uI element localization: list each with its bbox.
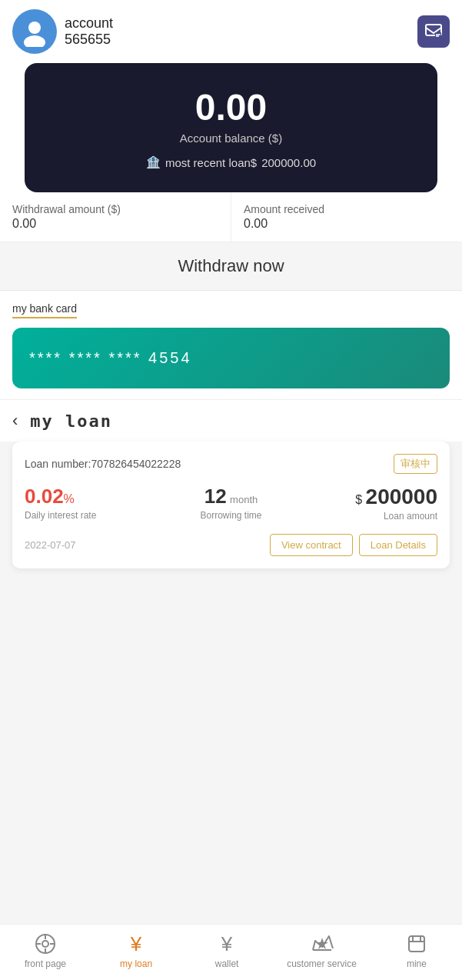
- loan-card: Loan number:707826454022228 审核中 0.02% Da…: [12, 442, 450, 568]
- stats-row: Withdrawal amount ($) 0.00 Amount receiv…: [0, 192, 462, 242]
- withdrawal-value: 0.00: [12, 217, 218, 231]
- nav-label-front-page: front page: [25, 958, 66, 969]
- borrow-time-value: 12 month: [162, 485, 300, 508]
- svg-rect-3: [435, 32, 441, 38]
- svg-text:¥: ¥: [130, 932, 142, 955]
- loan-details-grid: 0.02% Daily interest rate 12 month Borro…: [25, 485, 437, 523]
- loan-icon: ¥: [125, 932, 148, 955]
- loan-prefix: $: [355, 493, 362, 506]
- bank-card[interactable]: **** **** **** 4554: [12, 328, 450, 388]
- nav-label-my-loan: my loan: [120, 958, 152, 969]
- nav-item-front-page[interactable]: front page: [15, 932, 76, 969]
- account-label: account: [65, 15, 113, 32]
- loan-amount-label: Loan amount: [300, 511, 437, 523]
- borrow-time-item: 12 month Borrowing time: [162, 485, 300, 522]
- header-left: account 565655: [12, 9, 113, 54]
- loan-number-label: Loan number:: [25, 458, 91, 470]
- bank-card-section: my bank card **** **** **** 4554: [0, 291, 462, 399]
- svg-point-1: [24, 35, 45, 47]
- nav-item-my-loan[interactable]: ¥ my loan: [105, 932, 167, 969]
- account-info: account 565655: [65, 15, 113, 48]
- svg-point-5: [42, 941, 48, 947]
- loan-details-button[interactable]: Loan Details: [359, 534, 437, 556]
- balance-amount: 0.00: [40, 86, 422, 128]
- nav-item-customer-service[interactable]: customer service: [287, 932, 357, 969]
- loan-amount-item: $ 200000 Loan amount: [300, 485, 437, 523]
- borrow-label: Borrowing time: [162, 510, 300, 522]
- back-button[interactable]: ‹: [12, 411, 18, 431]
- loan-number-value: 707826454022228: [91, 458, 181, 470]
- view-contract-button[interactable]: View contract: [270, 534, 353, 556]
- svg-rect-13: [409, 936, 424, 952]
- borrow-unit: month: [230, 494, 258, 505]
- nav-label-mine: mine: [407, 958, 427, 969]
- withdrawal-stat: Withdrawal amount ($) 0.00: [0, 192, 231, 242]
- account-number: 565655: [65, 32, 113, 48]
- interest-rate-item: 0.02% Daily interest rate: [25, 485, 162, 522]
- loan-date: 2022-07-07: [25, 539, 76, 551]
- header: account 565655: [0, 0, 462, 63]
- withdraw-now-label: Withdraw now: [178, 256, 284, 275]
- message-icon[interactable]: [417, 15, 450, 48]
- interest-percent: %: [64, 492, 75, 505]
- loan-amount-value: $ 200000: [300, 485, 437, 509]
- wallet-icon: ¥: [215, 932, 238, 955]
- loan-footer: 2022-07-07 View contract Loan Details: [25, 534, 437, 556]
- balance-card: 0.00 Account balance ($) 🏦 most recent l…: [25, 63, 437, 192]
- received-title: Amount received: [244, 203, 450, 215]
- card-number: **** **** **** 4554: [29, 349, 192, 366]
- bottom-nav: front page ¥ my loan ¥ wallet customer s…: [0, 924, 462, 980]
- status-badge: 审核中: [394, 454, 437, 474]
- recent-loan-text: most recent loan$: [165, 156, 257, 169]
- interest-label: Daily interest rate: [25, 510, 162, 522]
- loan-actions: View contract Loan Details: [270, 534, 437, 556]
- loan-card-header: Loan number:707826454022228 审核中: [25, 454, 437, 474]
- balance-label: Account balance ($): [40, 132, 422, 145]
- nav-label-wallet: wallet: [215, 958, 239, 969]
- received-stat: Amount received 0.00: [231, 192, 462, 242]
- recent-loan-amount: 200000.00: [261, 156, 316, 169]
- nav-item-mine[interactable]: mine: [386, 932, 447, 969]
- loan-number: Loan number:707826454022228: [25, 458, 181, 470]
- svg-point-0: [28, 22, 41, 34]
- bank-card-section-title: my bank card: [12, 302, 77, 318]
- received-value: 0.00: [244, 217, 450, 231]
- withdraw-now[interactable]: Withdraw now: [0, 242, 462, 291]
- withdrawal-title: Withdrawal amount ($): [12, 203, 218, 215]
- home-icon: [34, 932, 57, 955]
- mine-icon: [405, 932, 428, 955]
- recent-loan: 🏦 most recent loan$ 200000.00: [40, 155, 422, 169]
- svg-text:¥: ¥: [221, 932, 233, 955]
- my-loan-title: my loan: [30, 412, 112, 431]
- avatar: [12, 9, 57, 54]
- nav-item-wallet[interactable]: ¥ wallet: [196, 932, 258, 969]
- my-loan-header: ‹ my loan: [0, 399, 462, 442]
- nav-label-customer-service: customer service: [287, 958, 357, 969]
- crown-icon: [311, 932, 334, 955]
- interest-rate-value: 0.02%: [25, 485, 162, 508]
- loan-icon-small: 🏦: [146, 155, 161, 169]
